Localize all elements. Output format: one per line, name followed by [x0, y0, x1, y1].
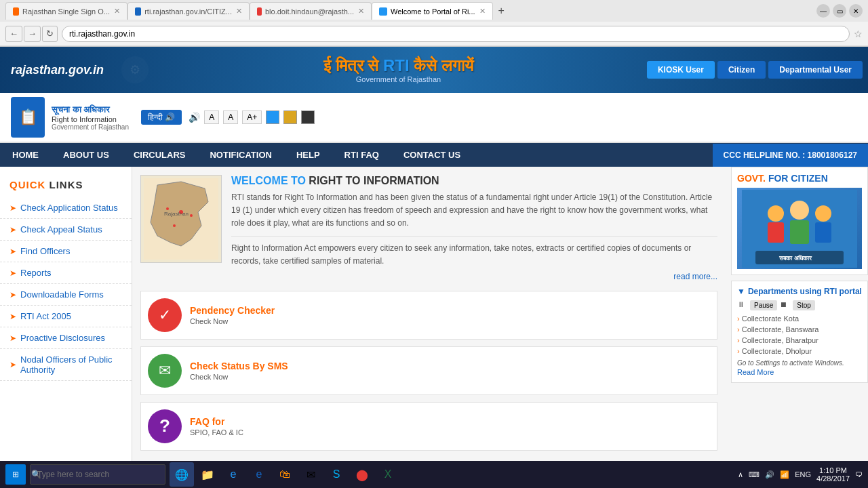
browser-tab-4[interactable]: Welcome to Portal of Ri... ✕	[372, 2, 493, 20]
tab-close-1[interactable]: ✕	[114, 7, 120, 16]
search-icon: 🔍	[31, 470, 41, 479]
faq-card: ? FAQ for SPIO, FAO & IC	[140, 402, 717, 451]
clock-date: 4/28/2017	[816, 474, 850, 483]
nav-home[interactable]: HOME	[0, 143, 51, 167]
map-svg: Rajasthan	[144, 178, 218, 260]
nav-about-us[interactable]: ABOUT US	[51, 143, 121, 167]
volume-icon[interactable]: 🔊	[765, 470, 774, 479]
departmental-user-button[interactable]: Departmental User	[768, 61, 863, 79]
helpline-number[interactable]: CCC HELPLINE NO. : 18001806127	[713, 144, 868, 167]
sub-header: 📋 सूचना का अधिकार Right to Information G…	[0, 93, 868, 143]
title-part2: कैसे लगायें	[410, 56, 473, 75]
minimize-button[interactable]: —	[816, 4, 830, 18]
taskbar-explorer-icon[interactable]: 📁	[195, 462, 220, 487]
tab-close-4[interactable]: ✕	[479, 7, 486, 16]
chevron-down-icon: ▼	[737, 287, 745, 296]
taskbar-skype-icon[interactable]: S	[324, 462, 349, 487]
notification-icon[interactable]: 🗨	[855, 470, 863, 479]
browser-tabs: Rajasthan Single Sign O... ✕ rti.rajasth…	[5, 2, 510, 20]
back-button[interactable]: ←	[5, 26, 22, 42]
taskbar-search-input[interactable]	[30, 464, 165, 485]
activate-windows-msg: Go to Settings to activate Windows.	[737, 359, 862, 367]
svg-point-4	[173, 224, 176, 227]
read-more-dept-link[interactable]: Read More	[737, 368, 774, 376]
pause-button[interactable]: Pause	[750, 300, 777, 310]
close-button[interactable]: ✕	[849, 4, 863, 18]
faq-icon: ?	[148, 409, 182, 443]
tab-close-3[interactable]: ✕	[358, 7, 364, 16]
arrow-icon-5: ➤	[9, 290, 16, 300]
sidebar-item-nodal-officers[interactable]: ➤ Nodal Officers of Public Authority	[0, 349, 132, 381]
nav-contact-us[interactable]: CONTACT US	[391, 143, 473, 167]
browser-tab-3[interactable]: blo.doit.hindaun@rajasth... ✕	[250, 2, 372, 20]
font-small-button[interactable]: A	[204, 110, 219, 124]
taskbar-ie2-icon[interactable]: e	[247, 462, 271, 487]
nav-help[interactable]: HELP	[284, 143, 332, 167]
sidebar-label-1: Check Application Status	[20, 203, 118, 213]
hindi-toggle-button[interactable]: हिन्दी 🔊	[141, 110, 182, 125]
window-controls: — ▭ ✕	[816, 4, 863, 18]
font-large-button[interactable]: A+	[242, 110, 262, 124]
forward-button[interactable]: →	[24, 26, 41, 42]
kiosk-user-button[interactable]: KIOSK User	[647, 61, 715, 79]
color-scheme-dark[interactable]	[301, 110, 315, 124]
sidebar-item-find-officers[interactable]: ➤ Find Officers	[0, 241, 132, 262]
start-button[interactable]: ⊞	[5, 464, 26, 485]
new-tab-btn[interactable]: +	[493, 2, 510, 20]
sms-title[interactable]: Check Status By SMS	[190, 361, 288, 371]
sys-tray: ∧	[738, 470, 743, 479]
sidebar-item-downloadable-forms[interactable]: ➤ Downloadable Forms	[0, 284, 132, 306]
read-more-link[interactable]: read more...	[231, 272, 717, 281]
taskbar-store-icon[interactable]: 🛍	[273, 462, 297, 487]
sms-info: Check Status By SMS Check Now	[190, 361, 288, 381]
arrow-icon-8: ➤	[9, 360, 16, 369]
sidebar-item-proactive-disclosures[interactable]: ➤ Proactive Disclosures	[0, 327, 132, 349]
quick-links-title: QUICK LINKS	[0, 174, 132, 197]
nav-rti-faq[interactable]: RTI FAQ	[332, 143, 391, 167]
sidebar-label-7: Proactive Disclosures	[20, 333, 105, 343]
taskbar-mail-icon[interactable]: ✉	[298, 462, 323, 487]
network-icon[interactable]: 📶	[780, 470, 789, 479]
maximize-button[interactable]: ▭	[833, 4, 846, 18]
govt-label: GOVT.	[737, 173, 766, 184]
taskbar-ie-icon[interactable]: 🌐	[170, 462, 194, 487]
arrow-icon-6: ➤	[9, 312, 16, 321]
pendency-title[interactable]: Pendency Checker	[190, 305, 275, 316]
color-scheme-blue[interactable]	[266, 110, 279, 124]
taskbar-chrome-icon[interactable]: ⬤	[350, 462, 374, 487]
header-banner: rajasthan.gov.in ⚙ ई मित्र से RTI कैसे ल…	[0, 47, 868, 93]
browser-tab-2[interactable]: rti.rajasthan.gov.in/CITIZ... ✕	[127, 2, 250, 20]
dept-controls: ⏸ Pause ⏹ Stop	[737, 300, 862, 310]
bookmark-icon[interactable]: ☆	[854, 28, 863, 39]
browser-tab-1[interactable]: Rajasthan Single Sign O... ✕	[5, 2, 127, 20]
reload-button[interactable]: ↻	[42, 26, 58, 42]
nav-circulars[interactable]: CIRCULARS	[121, 143, 198, 167]
sidebar-label-5: Downloadable Forms	[20, 289, 104, 300]
nav-buttons: ← → ↻	[5, 26, 58, 42]
org-name-en: Right to Information	[52, 115, 129, 123]
sidebar-item-check-appeal[interactable]: ➤ Check Appeal Status	[0, 219, 132, 241]
sidebar-label-2: Check Appeal Status	[20, 224, 102, 235]
welcome-to: WELCOME TO	[231, 175, 306, 186]
citizen-button[interactable]: Citizen	[717, 61, 766, 79]
tab-close-2[interactable]: ✕	[236, 7, 242, 16]
dept-link[interactable]: ▼ Departments using RTI portal	[737, 287, 862, 296]
font-medium-button[interactable]: A	[223, 110, 238, 124]
logo-text: rajasthan.gov.in	[11, 63, 104, 77]
govt-title: GOVT. FOR CITIZEN	[737, 173, 862, 184]
sidebar-item-check-application[interactable]: ➤ Check Application Status	[0, 197, 132, 219]
address-input[interactable]	[62, 26, 850, 42]
faq-title[interactable]: FAQ for	[190, 416, 243, 427]
stop-icon: ⏹	[780, 300, 787, 310]
sidebar-item-reports[interactable]: ➤ Reports	[0, 262, 132, 284]
welcome-main: RIGHT TO INFORMATION	[306, 175, 439, 186]
sidebar-item-rti-act[interactable]: ➤ RTI Act 2005	[0, 306, 132, 327]
stop-button[interactable]: Stop	[793, 300, 815, 310]
windows-icon: ⊞	[12, 470, 19, 479]
taskbar-edge-icon[interactable]: e	[221, 462, 245, 487]
browser-addressbar: ← → ↻ ☆	[0, 22, 868, 46]
nav-notification[interactable]: NOTIFICATION	[197, 143, 283, 167]
audio-icon[interactable]: 🔊	[189, 112, 200, 123]
color-scheme-gold[interactable]	[283, 110, 297, 124]
taskbar-excel-icon[interactable]: X	[376, 462, 400, 487]
